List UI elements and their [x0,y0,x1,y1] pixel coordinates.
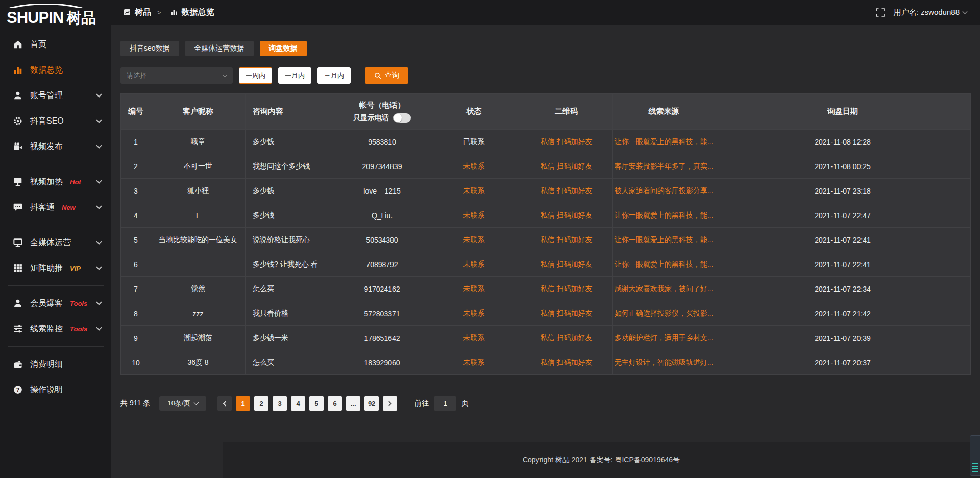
qrcode-link[interactable]: 私信 扫码加好友 [541,162,593,170]
fullscreen-icon[interactable] [876,8,885,17]
next-page-button[interactable] [383,396,397,411]
search-icon [374,72,381,79]
sidebar-item-omni-media[interactable]: 全媒体运营 [0,230,111,255]
qrcode-link[interactable]: 私信 扫码加好友 [541,284,593,293]
cell-nickname [151,252,246,277]
page-size-select[interactable]: 10条/页 [159,396,206,411]
period-quarter-button[interactable]: 三月内 [317,67,351,84]
total-count: 共 911 条 [120,399,150,408]
hot-badge: Hot [70,178,81,186]
page-button-4[interactable]: 4 [291,396,305,411]
tab-inquiry-data[interactable]: 询盘数据 [260,41,307,56]
source-link[interactable]: 客厅安装投影半年多了，真实... [615,162,714,170]
cell-status: 未联系 [428,350,520,375]
tab-douyin-seo-data[interactable]: 抖音seo数据 [120,41,179,56]
qrcode-link[interactable]: 私信 扫码加好友 [541,137,593,146]
video-camera-icon [13,142,22,152]
cell-account: 572803371 [336,301,428,326]
screen-icon [13,177,22,187]
sidebar-item-member-burst[interactable]: 会员爆客 Tools [0,291,111,316]
sidebar-item-label: 数据总览 [30,65,63,76]
qrcode-link[interactable]: 私信 扫码加好友 [541,333,593,342]
sidebar-item-instructions[interactable]: ? 操作说明 [0,377,111,402]
sidebar-item-douyin-seo[interactable]: 抖音SEO [0,108,111,134]
tab-omni-media-data[interactable]: 全媒体运营数据 [185,41,254,56]
sidebar-item-video-heat[interactable]: 视频加热 Hot [0,169,111,195]
source-link[interactable]: 让你一眼就爱上的黑科技，能... [615,235,714,244]
source-link[interactable]: 让你一眼就爱上的黑科技，能... [615,211,714,219]
page-button-92[interactable]: 92 [364,396,379,411]
prev-page-button[interactable] [217,396,232,411]
table-row: 1哦章多少钱9583810已联系私信 扫码加好友让你一眼就爱上的黑科技，能...… [121,130,971,154]
cell-status: 未联系 [428,277,520,301]
sidebar-item-lead-monitor[interactable]: 线索监控 Tools [0,316,111,342]
user-menu[interactable]: 用户名: zswodun88 [894,8,967,17]
breadcrumb-root[interactable]: 树品 [135,7,151,18]
cell-id: 2 [121,154,151,179]
source-link[interactable]: 让你一眼就爱上的黑科技，能... [615,137,714,146]
period-month-button[interactable]: 一月内 [278,67,311,84]
sidebar-item-account-management[interactable]: 账号管理 [0,83,111,108]
search-button[interactable]: 查询 [365,67,408,84]
source-link[interactable]: 被大家追着问的客厅投影分享... [615,186,714,195]
sidebar-divider [8,225,104,225]
page-button-5[interactable]: 5 [309,396,324,411]
cell-qrcode: 私信 扫码加好友 [520,179,613,203]
cell-status: 未联系 [428,203,520,228]
cell-account: Q_Liu. [336,203,428,228]
goto-page-input[interactable] [434,396,456,411]
cell-source: 多功能护栏灯，适用于乡村文... [613,326,715,350]
source-link[interactable]: 多功能护栏灯，适用于乡村文... [615,333,714,342]
source-link[interactable]: 如何正确选择投影仪，买投影... [615,309,714,317]
page-button-1[interactable]: 1 [236,396,250,411]
col-header-qrcode: 二维码 [520,94,613,130]
sidebar-item-video-publish[interactable]: 视频发布 [0,134,111,159]
cell-source: 被大家追着问的客厅投影分享... [613,179,715,203]
qrcode-link[interactable]: 私信 扫码加好友 [541,309,593,317]
vip-badge: VIP [70,265,81,272]
cell-nickname: 当地比较能吃的一位美女 [151,228,246,252]
qrcode-link[interactable]: 私信 扫码加好友 [541,211,593,219]
cell-source: 感谢大家喜欢我家，被问了好... [613,277,715,301]
cell-id: 3 [121,179,151,203]
sidebar-item-matrix-boost[interactable]: 矩阵助推 VIP [0,255,111,281]
status-text: 未联系 [463,358,485,366]
col-header-account: 帐号（电话） 只显示电话 [336,94,428,130]
period-week-button[interactable]: 一周内 [239,67,272,84]
monitor-icon [13,238,22,248]
sidebar-item-spending-detail[interactable]: 消费明细 [0,351,111,377]
footer: Copyright 树品 2021 备案号: 粤ICP备09019646号 [223,442,980,478]
page-size-value: 10条/页 [168,399,190,408]
app-logo[interactable]: SHUPIN 树品 [0,0,111,32]
source-link[interactable]: 感谢大家喜欢我家，被问了好... [615,284,714,293]
qrcode-link[interactable]: 私信 扫码加好友 [541,358,593,366]
sidebar-item-douketong[interactable]: 抖客通 New [0,195,111,220]
cell-date: 2021-11-07 22:47 [715,203,971,228]
main-content: 抖音seo数据 全媒体运营数据 询盘数据 请选择 一周内 一月内 三月内 查询 … [111,25,980,478]
qrcode-link[interactable]: 私信 扫码加好友 [541,235,593,244]
page-button-3[interactable]: 3 [273,396,287,411]
sidebar-item-home[interactable]: 首页 [0,32,111,57]
page-button-2[interactable]: 2 [254,396,268,411]
page-ellipsis-button[interactable]: ... [346,396,360,411]
cell-id: 10 [121,350,151,375]
cell-nickname: 潮起潮落 [151,326,246,350]
sidebar-item-label: 矩阵助推 [30,263,63,274]
account-select[interactable]: 请选择 [120,67,233,84]
cell-account: 50534380 [336,228,428,252]
cell-content: 多少钱 [246,179,336,203]
source-link[interactable]: 无主灯设计，智能磁吸轨道灯... [615,358,714,366]
qrcode-link[interactable]: 私信 扫码加好友 [541,186,593,195]
cell-qrcode: 私信 扫码加好友 [520,228,613,252]
status-text: 未联系 [463,309,485,317]
goto-unit: 页 [461,399,469,408]
chevron-down-icon [193,400,199,405]
cell-source: 让你一眼就爱上的黑科技，能... [613,203,715,228]
floating-side-widget[interactable] [970,435,980,476]
source-link[interactable]: 让你一眼就爱上的黑科技，能... [615,260,714,268]
page-button-6[interactable]: 6 [328,396,342,411]
table-row: 9潮起潮落多少钱一米178651642未联系私信 扫码加好友多功能护栏灯，适用于… [121,326,971,350]
qrcode-link[interactable]: 私信 扫码加好友 [541,260,593,268]
sidebar-item-data-overview[interactable]: 数据总览 [0,57,111,83]
phone-only-toggle[interactable] [393,113,411,123]
